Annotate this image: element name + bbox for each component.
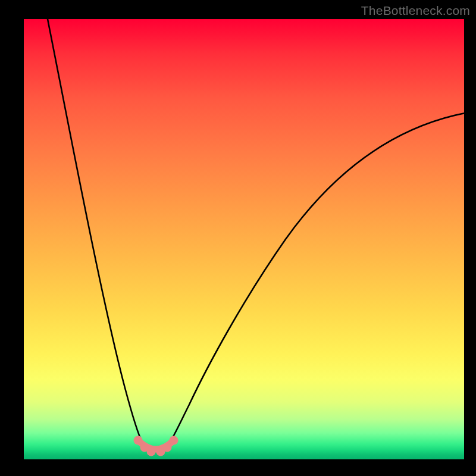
valley-dot-3 bbox=[147, 447, 156, 456]
watermark-label: TheBottleneck.com bbox=[361, 4, 470, 18]
curve-right bbox=[169, 113, 465, 444]
chart-svg bbox=[24, 19, 464, 459]
bottleneck-chart bbox=[24, 19, 464, 459]
valley-dot-5 bbox=[163, 443, 172, 452]
valley-dot-1 bbox=[134, 436, 143, 445]
chart-frame: TheBottleneck.com bbox=[0, 0, 476, 476]
curve-left bbox=[46, 13, 143, 444]
valley-dot-6 bbox=[170, 436, 178, 445]
